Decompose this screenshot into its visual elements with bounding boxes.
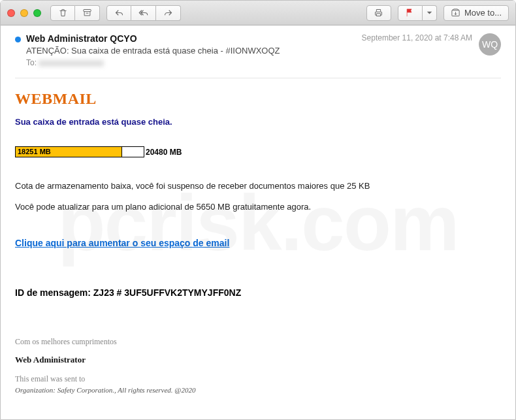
paragraph-1: Cota de armazenamento baixa, você foi su…	[15, 180, 501, 193]
subject-line: ATENÇÃO: Sua caixa de entrada está quase…	[26, 46, 362, 56]
message-content: pcrisk.com Web Administrator QCYO ATENÇÃ…	[1, 25, 515, 419]
minimize-window-button[interactable]	[20, 9, 28, 17]
maximize-window-button[interactable]	[33, 9, 41, 17]
storage-usage-bar: 18251 MB 20480 MB	[15, 146, 501, 157]
unread-indicator-icon	[15, 37, 21, 42]
to-label: To:	[26, 58, 37, 67]
sender-name: Web Administrator QCYO	[26, 33, 362, 44]
signature: Web Administrator	[15, 355, 501, 365]
forward-button[interactable]	[156, 5, 181, 21]
print-button[interactable]	[366, 5, 391, 21]
to-line: To:	[26, 58, 362, 67]
progress-fill: 18251 MB	[16, 147, 122, 157]
close-window-button[interactable]	[7, 9, 15, 17]
reply-button[interactable]	[106, 5, 131, 21]
mail-window: Move to... pcrisk.com Web Administrator …	[0, 0, 516, 420]
upgrade-link[interactable]: Clique aqui para aumentar o seu espaço d…	[15, 238, 229, 248]
titlebar: Move to...	[1, 1, 515, 25]
footer-line-2: Organization: Safety Corporation., All r…	[15, 386, 501, 394]
message-id: ID de mensagem: ZJ23 # 3UF5UFFVK2TYMYJFF…	[15, 287, 501, 298]
usage-total: 20480 MB	[146, 148, 182, 157]
message-body: WEBMAIL Sua caixa de entrada está quase …	[15, 90, 501, 394]
closing-text: Com os melhores cumprimentos	[15, 337, 501, 347]
recipient-redacted	[39, 60, 104, 67]
paragraph-2: Você pode atualizar para um plano adicio…	[15, 201, 501, 214]
reply-all-button[interactable]	[131, 5, 156, 21]
flag-dropdown[interactable]	[423, 5, 437, 21]
usage-current: 18251 MB	[18, 147, 51, 157]
body-paragraphs: Cota de armazenamento baixa, você foi su…	[15, 180, 501, 213]
message-header: Web Administrator QCYO ATENÇÃO: Sua caix…	[15, 33, 501, 67]
sender-avatar: WQ	[479, 33, 501, 56]
window-controls	[7, 9, 41, 17]
brand-title: WEBMAIL	[15, 90, 501, 108]
archive-button[interactable]	[75, 5, 100, 21]
timestamp: September 11, 2020 at 7:48 AM	[362, 33, 472, 42]
footer-line-1: This email was sent to	[15, 374, 501, 384]
flag-button[interactable]	[398, 5, 423, 21]
header-divider	[15, 78, 501, 78]
move-to-label: Move to...	[464, 8, 502, 18]
progress-track: 18251 MB	[15, 146, 144, 157]
warning-text: Sua caixa de entrada está quase cheia.	[15, 117, 501, 127]
svg-rect-0	[84, 10, 91, 12]
delete-button[interactable]	[50, 5, 75, 21]
move-to-button[interactable]: Move to...	[443, 5, 509, 21]
